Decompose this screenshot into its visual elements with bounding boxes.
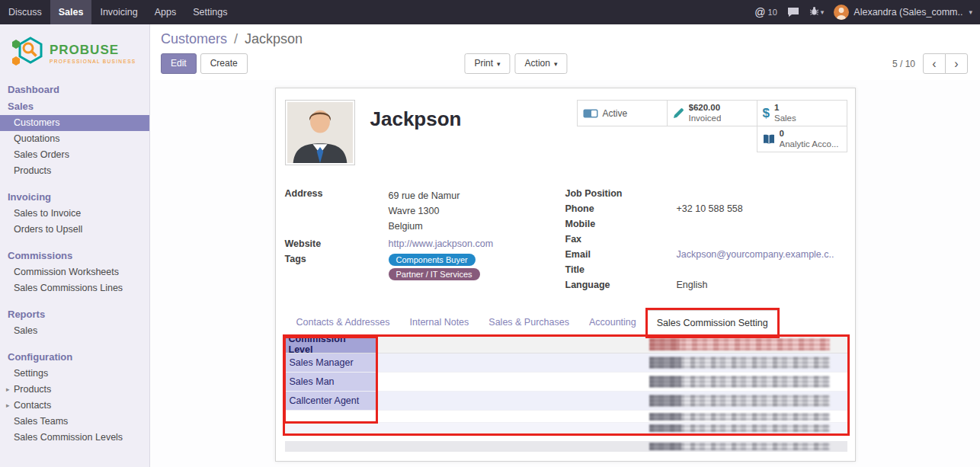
address-line: Belgium <box>389 219 565 234</box>
tab-label: Sales Commission Setting <box>657 318 768 328</box>
sidebar-item-customers[interactable]: Customers <box>0 115 149 131</box>
sidebar-item-label: Quotations <box>14 134 59 144</box>
tab-sales-commission-setting[interactable]: Sales Commission Setting <box>646 310 779 335</box>
caret-down-icon: ▾ <box>969 8 972 16</box>
create-button[interactable]: Create <box>200 53 248 73</box>
sidebar-item-sales[interactable]: Sales <box>0 98 149 115</box>
main-content: Customers / Jackpson Edit Create Print▾ … <box>150 24 980 467</box>
sidebar-item-orders-to-upsell[interactable]: Orders to Upsell <box>0 222 149 238</box>
debug-menu[interactable]: ▾ <box>809 6 825 18</box>
table-row[interactable]: Sales Man <box>285 373 847 392</box>
commission-level-cell[interactable]: Callcenter Agent <box>285 392 376 410</box>
sidebar: PROBUSE PROFESSIONAL BUSINESS Dashboard … <box>0 24 150 467</box>
caret-down-icon: ▾ <box>497 60 501 68</box>
edit-button[interactable]: Edit <box>161 53 197 73</box>
menu-invoicing[interactable]: Invoicing <box>91 0 146 24</box>
title-value <box>677 263 847 278</box>
sidebar-item-quotations[interactable]: Quotations <box>0 131 149 147</box>
active-toggle-button[interactable]: Active <box>577 100 668 126</box>
menu-sales[interactable]: Sales <box>50 0 92 24</box>
stat-buttons: Active $620.00 Invoiced $ <box>575 100 847 152</box>
record-fields: Address 69 rue de Namur Wavre 1300 Belgi… <box>285 187 847 293</box>
analytic-count-value: 0 <box>780 129 839 139</box>
tab-accounting[interactable]: Accounting <box>579 310 646 334</box>
sidebar-item-products[interactable]: Products <box>0 163 149 179</box>
sidebar-item-sales-commission-levels[interactable]: Sales Commission Levels <box>0 430 149 446</box>
menu-apps[interactable]: Apps <box>146 0 185 24</box>
commission-level-cell[interactable]: Sales Manager <box>285 353 376 372</box>
table-row[interactable]: Sales Manager <box>285 353 847 373</box>
address-line: 69 rue de Namur <box>389 188 565 203</box>
invoiced-stat-button[interactable]: $620.00 Invoiced <box>667 100 757 126</box>
probuse-hexagon-icon <box>11 34 44 72</box>
breadcrumb: Customers / Jackpson <box>161 29 968 53</box>
sidebar-item-settings[interactable]: Settings <box>0 366 149 382</box>
address-value: 69 rue de Namur Wavre 1300 Belgium <box>389 187 565 237</box>
pager-previous-button[interactable]: ‹ <box>923 53 946 74</box>
pager-next-button[interactable]: › <box>945 53 968 74</box>
mobile-value <box>677 217 847 232</box>
user-menu[interactable]: Alexandra (Sales_comm.. ▾ <box>834 5 972 20</box>
sidebar-item-label: Orders to Upsell <box>14 225 82 235</box>
tag-components-buyer[interactable]: Components Buyer <box>389 254 476 266</box>
pager: 5 / 10 ‹ › <box>892 53 968 74</box>
table-row[interactable]: Callcenter Agent <box>285 392 847 411</box>
email-label: Email <box>565 248 677 263</box>
sidebar-item-label: Products <box>14 385 51 395</box>
email-link[interactable]: Jackpson@yourcompany.example.c.. <box>677 249 834 260</box>
print-dropdown-button[interactable]: Print▾ <box>464 53 510 73</box>
record-title: Jackpson <box>370 107 462 168</box>
sidebar-item-label: Customers <box>14 118 59 128</box>
sidebar-item-sales-teams[interactable]: Sales Teams <box>0 414 149 430</box>
website-link[interactable]: http://www.jackpson.com <box>389 238 494 249</box>
language-label: Language <box>565 278 677 293</box>
submenu-caret-icon: ▸ <box>6 401 10 411</box>
sidebar-item-label: Sales Teams <box>14 417 68 427</box>
website-label: Website <box>285 237 389 252</box>
mention-icon: @ <box>754 6 765 18</box>
sidebar-item-config-products[interactable]: ▸Products <box>0 382 149 398</box>
sidebar-header-configuration[interactable]: Configuration <box>0 349 149 366</box>
action-dropdown-button[interactable]: Action▾ <box>515 53 568 73</box>
messages-icon[interactable] <box>787 7 799 18</box>
menu-settings[interactable]: Settings <box>184 0 235 24</box>
tag-partner-it-services[interactable]: Partner / IT Services <box>389 268 480 280</box>
commission-level-cell[interactable]: Sales Man <box>285 373 376 391</box>
breadcrumb-customers-link[interactable]: Customers <box>161 31 227 46</box>
mentions-button[interactable]: @ 10 <box>754 6 777 18</box>
sidebar-header-reports[interactable]: Reports <box>0 306 149 323</box>
sheet-header: Jackpson Active $620.00 <box>285 100 847 168</box>
tags-label: Tags <box>285 252 389 283</box>
address-line: Wavre 1300 <box>389 203 565 219</box>
sidebar-item-sales-orders[interactable]: Sales Orders <box>0 147 149 163</box>
column-header-commission-level[interactable]: Commission Level <box>285 336 376 353</box>
sidebar-item-label: Sales Commissions Lines <box>14 283 123 293</box>
analytic-stat-button[interactable]: 0 Analytic Acco... <box>757 126 847 152</box>
redacted-region <box>649 357 830 369</box>
nav-section-reports: Reports Sales <box>0 306 149 339</box>
sales-stat-button[interactable]: $ 1 Sales <box>757 100 847 126</box>
action-button-group: Print▾ Action▾ <box>464 53 567 73</box>
sidebar-item-dashboard[interactable]: Dashboard <box>0 82 149 98</box>
caret-down-icon: ▾ <box>821 8 825 16</box>
sidebar-item-config-contacts[interactable]: ▸Contacts <box>0 398 149 414</box>
tab-contacts-addresses[interactable]: Contacts & Addresses <box>287 310 400 334</box>
record-sheet: Jackpson Active $620.00 <box>275 88 856 462</box>
sidebar-item-commission-worksheets[interactable]: Commission Worksheets <box>0 264 149 280</box>
title-label: Title <box>565 263 677 278</box>
sidebar-item-reports-sales[interactable]: Sales <box>0 323 149 339</box>
tags-value: Components Buyer Partner / IT Services <box>389 252 565 283</box>
sidebar-item-label: Products <box>14 166 51 176</box>
topbar: Discuss Sales Invoicing Apps Settings @ … <box>0 0 980 24</box>
sidebar-item-sales-to-invoice[interactable]: Sales to Invoice <box>0 206 149 222</box>
sidebar-header-commissions[interactable]: Commissions <box>0 248 149 264</box>
user-name: Alexandra (Sales_comm.. <box>853 7 962 18</box>
sidebar-item-label: Sales Orders <box>14 150 69 160</box>
sidebar-header-invoicing[interactable]: Invoicing <box>0 189 149 206</box>
tab-internal-notes[interactable]: Internal Notes <box>399 310 479 334</box>
menu-discuss[interactable]: Discuss <box>0 0 50 24</box>
tab-sales-purchases[interactable]: Sales & Purchases <box>479 310 579 334</box>
topbar-right: @ 10 ▾ Alexandra (Sales_comm.. ▾ <box>754 0 980 24</box>
sidebar-item-sales-commissions-lines[interactable]: Sales Commissions Lines <box>0 280 149 296</box>
pager-counter: 5 / 10 <box>892 59 915 69</box>
